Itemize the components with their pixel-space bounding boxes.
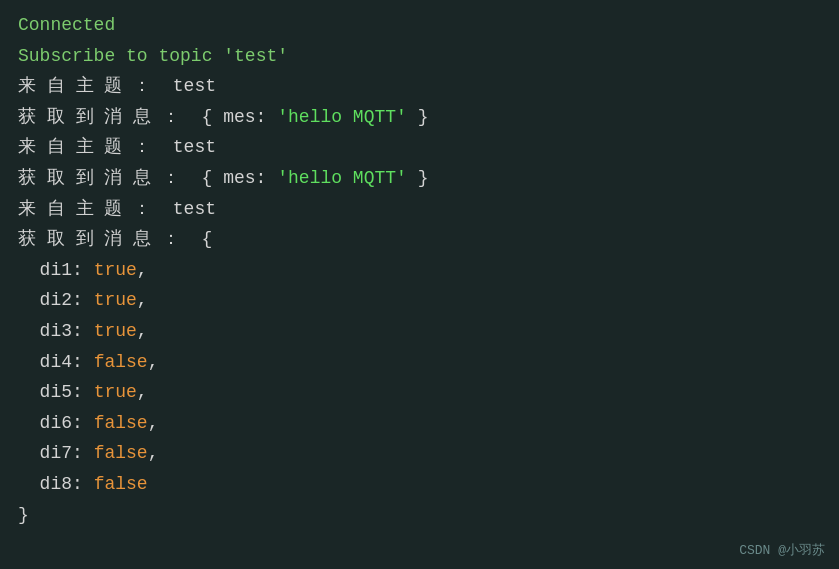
text-msg-suffix-2: } — [407, 168, 429, 188]
text-di5-comma: , — [137, 382, 148, 402]
text-di3-val: true — [94, 321, 137, 341]
text-di4-val: false — [94, 352, 148, 372]
output-line-7: 来 自 主 题 ： test — [18, 194, 821, 225]
text-msg-prefix-2: 获 取 到 消 息 ： { mes: — [18, 168, 277, 188]
text-msg-prefix-1: 获 取 到 消 息 ： { mes: — [18, 107, 277, 127]
text-connected: Connected — [18, 15, 115, 35]
output-line-16: di8: false — [18, 469, 821, 500]
output-line-10: di2: true, — [18, 285, 821, 316]
output-line-15: di7: false, — [18, 438, 821, 469]
text-di2-comma: , — [137, 290, 148, 310]
output-line-17: } — [18, 500, 821, 531]
output-line-6: 获 取 到 消 息 ： { mes: 'hello MQTT' } — [18, 163, 821, 194]
output-line-9: di1: true, — [18, 255, 821, 286]
output-line-5: 来 自 主 题 ： test — [18, 132, 821, 163]
output-line-3: 来 自 主 题 ： test — [18, 71, 821, 102]
text-topic-3: 来 自 主 题 ： test — [18, 199, 216, 219]
text-di4-key: di4: — [18, 352, 94, 372]
output-line-14: di6: false, — [18, 408, 821, 439]
text-msg-value-2: 'hello MQTT' — [277, 168, 407, 188]
text-di4-comma: , — [148, 352, 159, 372]
output-line-13: di5: true, — [18, 377, 821, 408]
text-di3-key: di3: — [18, 321, 94, 341]
text-di7-val: false — [94, 443, 148, 463]
text-di1-comma: , — [137, 260, 148, 280]
text-topic-1: 来 自 主 题 ： test — [18, 76, 216, 96]
text-di1-val: true — [94, 260, 137, 280]
text-close-brace: } — [18, 505, 29, 525]
text-msg-value-1: 'hello MQTT' — [277, 107, 407, 127]
text-di1-key: di1: — [18, 260, 94, 280]
output-line-12: di4: false, — [18, 347, 821, 378]
output-line-4: 获 取 到 消 息 ： { mes: 'hello MQTT' } — [18, 102, 821, 133]
text-di6-comma: , — [148, 413, 159, 433]
text-di2-key: di2: — [18, 290, 94, 310]
terminal-window: Connected Subscribe to topic 'test' 来 自 … — [0, 0, 839, 569]
text-topic-2: 来 自 主 题 ： test — [18, 137, 216, 157]
text-subscribe: Subscribe to topic 'test' — [18, 46, 288, 66]
text-di3-comma: , — [137, 321, 148, 341]
text-di8-key: di8: — [18, 474, 94, 494]
watermark-label: CSDN @小羽苏 — [739, 541, 825, 559]
output-line-11: di3: true, — [18, 316, 821, 347]
text-di8-val: false — [94, 474, 148, 494]
text-di5-val: true — [94, 382, 137, 402]
text-msg-suffix-1: } — [407, 107, 429, 127]
output-line-1: Connected — [18, 10, 821, 41]
text-di7-key: di7: — [18, 443, 94, 463]
text-di6-val: false — [94, 413, 148, 433]
text-di2-val: true — [94, 290, 137, 310]
text-msg-open: 获 取 到 消 息 ： { — [18, 229, 212, 249]
text-di7-comma: , — [148, 443, 159, 463]
output-line-8: 获 取 到 消 息 ： { — [18, 224, 821, 255]
output-line-2: Subscribe to topic 'test' — [18, 41, 821, 72]
text-di6-key: di6: — [18, 413, 94, 433]
text-di5-key: di5: — [18, 382, 94, 402]
